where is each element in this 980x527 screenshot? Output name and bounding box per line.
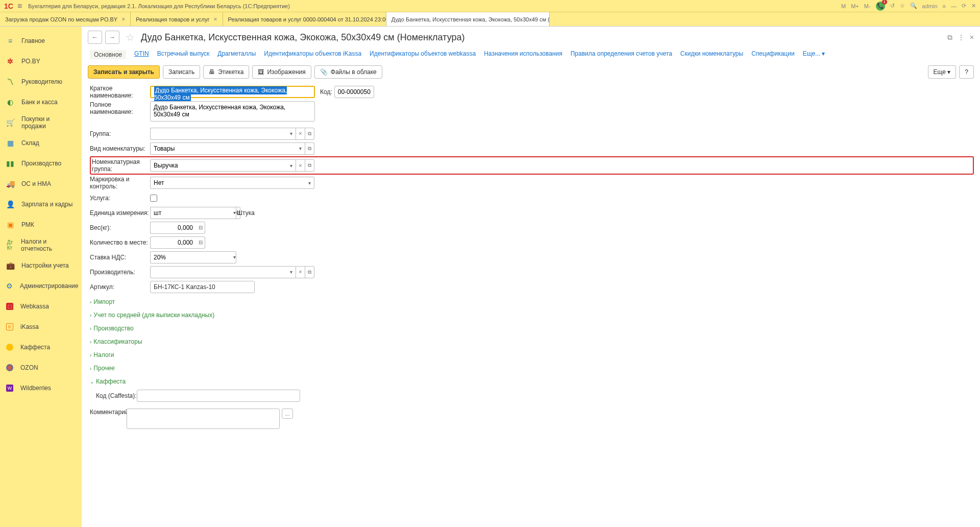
section-classifiers[interactable]: ›Классификаторы [90,337,974,347]
qty-input[interactable] [150,236,196,249]
link-icon[interactable]: ⧉ [947,33,952,42]
close-page-icon[interactable]: × [970,33,974,42]
open-icon[interactable]: ⧉ [305,142,314,155]
subtab-account-rules[interactable]: Правила определения счетов учета [571,50,672,59]
kind-field[interactable] [150,142,296,155]
sidebar-item-salary[interactable]: 👤Зарплата и кадры [0,194,82,214]
subtab-webkassa-ids[interactable]: Идентификаторы объектов webkassa [370,50,476,59]
vat-input[interactable]: ▾ [150,251,211,264]
close-icon[interactable]: × [214,16,217,23]
stepper-icon[interactable]: ⊟ [196,222,205,234]
open-icon[interactable]: ⧉ [305,128,314,140]
sidebar-item-webkassa[interactable]: ⬚Webkassa [0,296,82,317]
sidebar-item-bank[interactable]: ◐Банк и касса [0,92,82,112]
sidebar-item-settings[interactable]: 💼Настройки учета [0,255,82,276]
subtab-metals[interactable]: Драгметаллы [217,50,256,59]
favorite-icon[interactable]: ☆ [900,3,905,9]
dropdown-icon[interactable]: ▾ [296,142,305,155]
section-caffesta[interactable]: ⌄Каффеста [90,376,974,387]
dropdown-icon[interactable]: ▾ [233,251,236,264]
nomgroup-input[interactable]: ▾×⧉ [150,159,314,172]
comment-expand-button[interactable]: … [282,409,293,419]
dropdown-icon[interactable]: ▾ [287,159,296,172]
label-button[interactable]: 🖶Этикетка [203,65,249,79]
dropdown-icon[interactable]: ▾ [287,266,296,278]
weight-input[interactable] [150,222,196,234]
kind-input[interactable]: ▾⧉ [150,142,314,155]
section-production[interactable]: ›Производство [90,323,974,333]
subtab-purposes[interactable]: Назначения использования [484,50,562,59]
maximize-icon[interactable]: ⟳ [962,3,966,9]
minimize-icon[interactable]: — [951,3,957,9]
section-avg[interactable]: ›Учет по средней (для выписки накладных) [90,310,974,320]
notifications-icon[interactable]: 📞 [876,2,885,11]
sidebar-item-poby[interactable]: ✲PO.BY [0,51,82,71]
open-icon[interactable]: ⧉ [305,159,314,172]
images-button[interactable]: 🖼Изображения [252,65,311,79]
tab-nomenclature[interactable]: Дудо Банкетка, Искусственная кожа, Экоко… [386,12,550,26]
close-window-icon[interactable]: ✕ [971,3,976,9]
hamburger-icon[interactable]: ≡ [17,2,22,11]
subtab-gtin[interactable]: GTIN [134,50,149,59]
tab-realization[interactable]: Реализация товаров и услуг× [131,12,223,26]
cloud-files-button[interactable]: 📎Файлы в облаке [314,65,382,79]
section-other[interactable]: ›Прочее [90,363,974,373]
sidebar-item-tax[interactable]: ДтКтНалоги и отчетность [0,235,82,255]
sidebar-item-wildberries[interactable]: WWildberries [0,378,82,398]
section-taxes[interactable]: ›Налоги [90,350,974,360]
panel-toggle-icon[interactable]: ⋮ [958,33,965,42]
sidebar-item-rmk[interactable]: ▣РМК [0,214,82,235]
clear-icon[interactable]: × [296,159,305,172]
sidebar-item-manager[interactable]: 〽Руководителю [0,71,82,92]
sidebar-item-ikassa[interactable]: KiKassa [0,317,82,337]
subtab-counter[interactable]: Встречный выпуск [157,50,210,59]
close-icon[interactable]: × [121,16,125,23]
nav-back-button[interactable]: ← [88,31,102,44]
nav-forward-button[interactable]: → [105,31,119,44]
sidebar-item-production[interactable]: ▮▮Производство [0,153,82,174]
short-name-input[interactable]: Дудо Банкетка, Искусственная кожа, Экоко… [150,86,315,98]
code-input[interactable] [334,86,374,98]
sidebar-item-os[interactable]: 🚚ОС и НМА [0,174,82,194]
maker-input[interactable]: ▾×⧉ [150,266,314,278]
search-icon[interactable]: 🔍 [910,3,917,9]
sku-input[interactable] [150,281,255,293]
service-checkbox[interactable] [150,195,157,202]
full-name-input[interactable]: Дудо Банкетка, Искусственная кожа, Экоко… [150,101,315,122]
user-label[interactable]: admin [922,3,938,9]
maker-field[interactable] [150,266,287,278]
unit-field[interactable] [150,207,233,219]
marking-input[interactable]: ▾ [150,177,314,189]
subtab-main[interactable]: Основное [90,50,126,59]
subtab-specs[interactable]: Спецификации [751,50,794,59]
sidebar-item-shopping[interactable]: 🛒Покупки и продажи [0,112,82,133]
stepper-icon[interactable]: ⊟ [196,236,205,249]
memory-mplus[interactable]: M+ [851,3,859,9]
dropdown-icon[interactable]: ▾ [305,177,314,189]
dropdown-icon[interactable]: ▾ [287,128,296,140]
help-button[interactable]: ? [959,65,974,79]
save-and-close-button[interactable]: Записать и закрыть [88,65,160,79]
favorite-star-icon[interactable]: ☆ [126,31,135,43]
group-field[interactable] [150,128,287,140]
sidebar-item-caffesta[interactable]: Каффеста [0,337,82,357]
tab-ozon-load[interactable]: Загрузка продаж OZON по месяцам PO.BY× [0,12,131,26]
history-icon[interactable]: ↺ [890,3,895,9]
memory-mminus[interactable]: M- [864,3,871,9]
subtab-discounts[interactable]: Скидки номенклатуры [680,50,743,59]
caffesta-code-input[interactable] [137,390,300,402]
open-icon[interactable]: ⧉ [305,266,314,278]
marking-field[interactable] [150,177,305,189]
subtab-ikassa-ids[interactable]: Идентификаторы объектов iKassa [264,50,361,59]
memory-m[interactable]: M [841,3,846,9]
group-input[interactable]: ▾×⧉ [150,128,314,140]
section-import[interactable]: ›Импорт [90,297,974,307]
save-button[interactable]: Записать [163,65,200,79]
clear-icon[interactable]: × [296,266,305,278]
sidebar-item-main[interactable]: ≡Главное [0,31,82,51]
unit-input[interactable]: ▾⧉ [150,207,232,219]
tab-realization-doc[interactable]: Реализация товаров и услуг 0000-000404 о… [223,12,386,26]
clear-icon[interactable]: × [296,128,305,140]
sidebar-item-admin[interactable]: ⚙Администрирование [0,276,82,296]
vat-field[interactable] [150,251,233,264]
